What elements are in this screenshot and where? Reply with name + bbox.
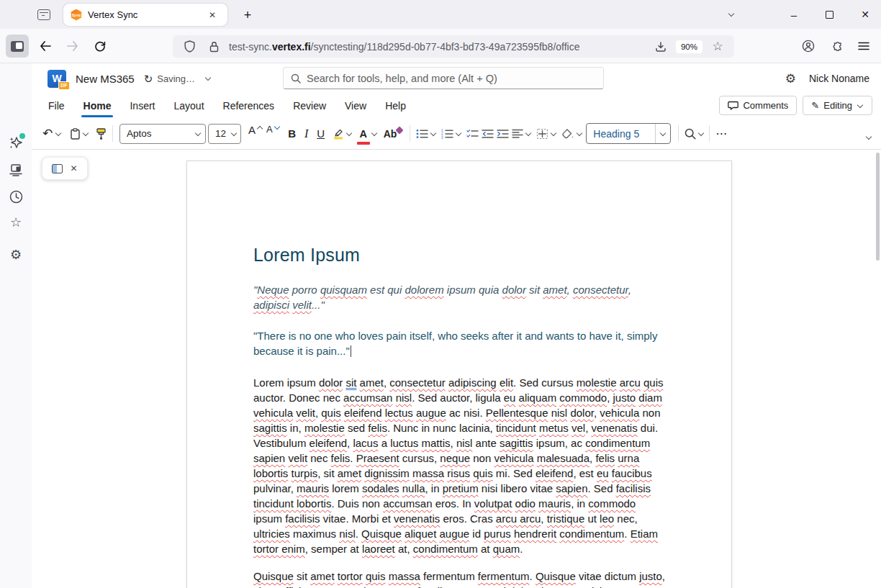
font-color-button[interactable]: A bbox=[356, 124, 371, 144]
underline-button[interactable]: U bbox=[314, 124, 328, 144]
italic-button[interactable]: I bbox=[299, 124, 314, 144]
list-all-tabs-button[interactable] bbox=[719, 3, 744, 26]
table-button[interactable] bbox=[535, 124, 550, 144]
shield-icon[interactable] bbox=[180, 37, 199, 56]
url-text[interactable]: test-sync.vertex.fi/synctesting/118d295d… bbox=[229, 41, 646, 53]
history-clock-icon bbox=[9, 190, 23, 204]
comments-button[interactable]: Comments bbox=[719, 96, 797, 115]
styles-select[interactable]: Heading 5 bbox=[586, 123, 671, 144]
format-painter-button[interactable] bbox=[94, 124, 108, 144]
increase-indent-button[interactable] bbox=[495, 124, 510, 144]
current-style-name: Heading 5 bbox=[587, 128, 655, 140]
bookmark-star-icon[interactable]: ☆ bbox=[708, 37, 727, 56]
scrollbar-thumb[interactable] bbox=[876, 153, 880, 261]
highlight-dropdown-icon[interactable] bbox=[345, 130, 353, 137]
styles-dropdown[interactable] bbox=[655, 124, 670, 143]
close-icon[interactable]: ✕ bbox=[70, 163, 77, 173]
back-button[interactable] bbox=[33, 34, 58, 58]
quote-paragraph-english[interactable]: "There is no one who loves pain itself, … bbox=[253, 328, 688, 358]
sidebar-toggle-button[interactable] bbox=[6, 35, 29, 58]
find-button[interactable] bbox=[683, 124, 697, 144]
doc-title-chevron-icon[interactable] bbox=[204, 75, 212, 82]
sidebar-settings-button[interactable]: ⚙ bbox=[4, 243, 27, 266]
sidebar-synced-tabs-button[interactable] bbox=[4, 158, 27, 181]
numbered-list-dropdown-icon[interactable] bbox=[455, 130, 462, 137]
document-scrollbar[interactable] bbox=[875, 150, 880, 588]
document-title[interactable]: New MS365 bbox=[76, 73, 135, 85]
decrease-indent-icon bbox=[482, 129, 494, 139]
menu-tab-help[interactable]: Help bbox=[376, 94, 415, 118]
table-dropdown-icon[interactable] bbox=[550, 130, 557, 137]
collapse-ribbon-icon[interactable] bbox=[865, 134, 872, 141]
highlight-button[interactable] bbox=[331, 124, 345, 144]
more-options-button[interactable]: ⋯ bbox=[714, 124, 729, 144]
font-size-select[interactable]: 12 bbox=[208, 124, 241, 144]
search-input[interactable] bbox=[307, 73, 596, 84]
user-name[interactable]: Nick Noname bbox=[809, 73, 869, 84]
sidebar-bookmarks-button[interactable]: ☆ bbox=[4, 211, 27, 234]
align-button[interactable] bbox=[510, 124, 525, 144]
minimize-button[interactable]: – bbox=[782, 3, 806, 26]
sidebar-ai-chat-button[interactable] bbox=[4, 131, 27, 154]
body-paragraph-2[interactable]: Quisque sit amet tortor quis massa ferme… bbox=[253, 569, 688, 588]
maximize-icon bbox=[826, 11, 833, 19]
firefox-view-button[interactable] bbox=[33, 4, 55, 24]
office-search-box[interactable] bbox=[283, 67, 604, 89]
tab-close-icon[interactable]: ✕ bbox=[204, 7, 220, 23]
menu-tab-review[interactable]: Review bbox=[284, 94, 335, 118]
quote-paragraph-latin[interactable]: "Neque porro quisquam est qui dolorem ip… bbox=[253, 282, 688, 312]
shrink-font-button[interactable]: A bbox=[265, 124, 282, 144]
sidebar-history-button[interactable] bbox=[4, 185, 27, 208]
extensions-button[interactable] bbox=[825, 34, 849, 58]
document-page[interactable]: Lorem Ipsum "Neque porro quisquam est qu… bbox=[186, 160, 732, 588]
reload-button[interactable] bbox=[88, 34, 112, 58]
paint-bucket-icon bbox=[561, 128, 574, 140]
menu-tab-insert[interactable]: Insert bbox=[120, 94, 164, 118]
grow-font-button[interactable]: A bbox=[247, 124, 265, 144]
shading-dropdown-icon[interactable] bbox=[576, 130, 583, 137]
shading-button[interactable] bbox=[560, 124, 576, 144]
editing-mode-button[interactable]: ✎ Editing bbox=[803, 96, 872, 115]
app-menu-button[interactable] bbox=[851, 34, 876, 58]
navigation-pane-pill[interactable]: ✕ bbox=[42, 157, 88, 180]
window-close-button[interactable]: ✕ bbox=[853, 3, 877, 26]
bold-button[interactable]: B bbox=[285, 124, 299, 144]
maximize-button[interactable] bbox=[817, 3, 841, 26]
url-bar[interactable]: test-sync.vertex.fi/synctesting/118d295d… bbox=[173, 35, 734, 58]
menu-tab-references[interactable]: References bbox=[214, 94, 284, 118]
bullet-list-button[interactable] bbox=[415, 124, 430, 144]
align-dropdown-icon[interactable] bbox=[525, 130, 532, 137]
find-dropdown-icon[interactable] bbox=[697, 130, 705, 137]
browser-tab[interactable]: Sync Vertex Sync ✕ bbox=[63, 4, 227, 26]
undo-button[interactable]: ↶ bbox=[40, 124, 55, 144]
decrease-indent-button[interactable] bbox=[480, 124, 495, 144]
panel-toggle-icon[interactable] bbox=[52, 164, 63, 173]
downloads-button[interactable] bbox=[651, 37, 670, 56]
checklist-button[interactable] bbox=[465, 124, 480, 144]
new-tab-button[interactable]: + bbox=[238, 5, 258, 25]
zoom-level-badge[interactable]: 90% bbox=[676, 40, 702, 53]
svg-text:3: 3 bbox=[441, 135, 443, 138]
font-color-dropdown-icon[interactable] bbox=[371, 130, 378, 137]
word-app-icon[interactable]: WDF bbox=[48, 70, 66, 88]
menu-tab-layout[interactable]: Layout bbox=[164, 94, 213, 118]
menu-tab-view[interactable]: View bbox=[335, 94, 376, 118]
window-titlebar: Sync Vertex Sync ✕ + – ✕ bbox=[0, 0, 881, 29]
document-content[interactable]: Lorem Ipsum "Neque porro quisquam est qu… bbox=[187, 161, 731, 588]
numbered-list-button[interactable]: 123 bbox=[440, 124, 455, 144]
office-settings-gear-icon[interactable]: ⚙ bbox=[785, 73, 796, 85]
forward-button[interactable] bbox=[60, 34, 85, 58]
paste-dropdown-icon[interactable] bbox=[82, 130, 89, 137]
undo-dropdown-icon[interactable] bbox=[55, 130, 62, 137]
font-name-select[interactable]: Aptos bbox=[119, 124, 206, 144]
body-paragraph-1[interactable]: Lorem ipsum dolor sit amet, consectetur … bbox=[253, 375, 688, 556]
bullet-list-dropdown-icon[interactable] bbox=[430, 130, 437, 137]
document-heading[interactable]: Lorem Ipsum bbox=[253, 248, 688, 263]
save-status-label: Saving… bbox=[157, 73, 195, 84]
menu-tab-file[interactable]: File bbox=[39, 94, 74, 118]
clear-formatting-button[interactable]: Ab bbox=[382, 124, 399, 144]
account-button[interactable] bbox=[796, 34, 821, 58]
lock-icon[interactable] bbox=[204, 37, 223, 56]
paste-button[interactable] bbox=[68, 124, 82, 144]
menu-tab-home[interactable]: Home bbox=[74, 94, 121, 118]
